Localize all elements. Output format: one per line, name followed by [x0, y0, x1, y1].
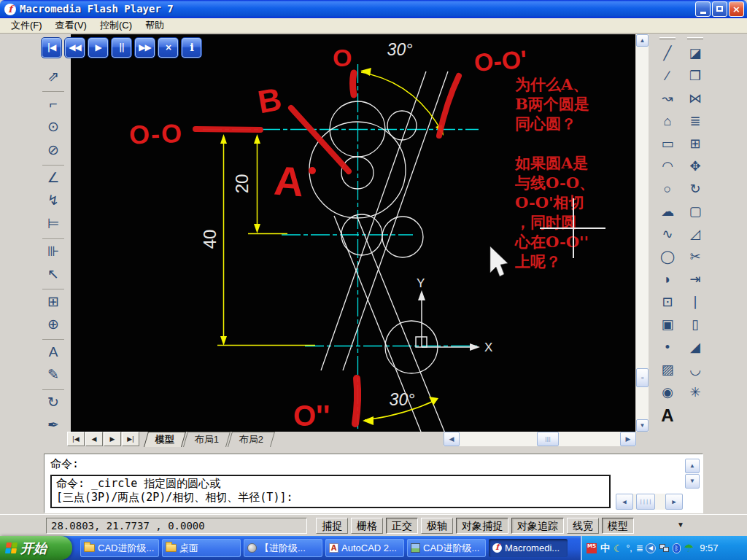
scroll-right-button[interactable]: ▶	[620, 432, 636, 446]
move-icon[interactable]: ✥	[685, 155, 705, 178]
scale-icon[interactable]: ◿	[685, 223, 705, 246]
horizontal-scrollbar[interactable]: ◀ |||| ▶	[444, 432, 636, 446]
spline-icon[interactable]: ∿	[657, 223, 678, 246]
stretch-icon[interactable]: ▢	[685, 201, 705, 223]
array-icon[interactable]: ⊞	[685, 133, 705, 155]
vertical-scroll-thumb[interactable]: ≡	[636, 368, 649, 387]
tab-next-button[interactable]: ▶	[104, 432, 121, 446]
center-mark-icon[interactable]: ⊕	[42, 314, 64, 335]
polygon-icon[interactable]: ⌂	[657, 110, 678, 133]
construction-line-icon[interactable]: ∕	[657, 65, 678, 88]
dimension-text-edit-icon[interactable]: ✎	[42, 364, 64, 386]
rotate-icon[interactable]: ↻	[685, 178, 705, 201]
tab-布局1[interactable]: 布局1	[183, 432, 231, 447]
make-block-icon[interactable]: ▣	[657, 314, 678, 336]
tolerance-icon[interactable]: ⊞	[42, 289, 64, 312]
copy-icon[interactable]: ❐	[685, 65, 705, 88]
task-image-viewer[interactable]: CAD进阶级...	[407, 539, 486, 557]
aligned-dimension-icon[interactable]: ⇗	[42, 66, 64, 88]
command-scroll-down-button[interactable]: ▼	[685, 474, 700, 489]
moon-icon[interactable]: ☾	[614, 543, 623, 553]
bluetooth-icon[interactable]: ᛒ	[673, 543, 681, 553]
quick-leader-icon[interactable]: ↖	[42, 263, 64, 285]
window-titlebar[interactable]: f Macromedia Flash Player 7 ×	[0, 0, 747, 18]
quick-dimension-icon[interactable]: ↯	[42, 190, 64, 211]
break-at-point-icon[interactable]: ∣	[685, 291, 705, 314]
safety-umbrella-icon[interactable]: ☂	[684, 543, 694, 553]
command-scroll-right-button[interactable]: ▶	[665, 494, 683, 510]
polyline-icon[interactable]: ↝	[657, 88, 678, 110]
coordinate-readout[interactable]: 28.0803, 21.7737 , 0.0000	[46, 518, 307, 534]
ellipse-arc-icon[interactable]: ◗	[657, 268, 678, 291]
fillet-icon[interactable]: ◡	[685, 359, 705, 381]
command-scroll-up-button[interactable]: ▲	[685, 459, 700, 473]
ime-punct-icon[interactable]: °,	[627, 543, 632, 553]
status-toggle-正交[interactable]: 正交	[386, 518, 418, 534]
arc-icon[interactable]: ◠	[657, 155, 678, 178]
toolbar-handle[interactable]	[687, 37, 703, 39]
network-icon[interactable]	[659, 544, 669, 552]
multiline-text-icon[interactable]: A	[657, 404, 678, 427]
info-button[interactable]: i	[181, 37, 202, 58]
tab-first-button[interactable]: |◀	[67, 432, 85, 446]
explode-icon[interactable]: ✳	[685, 381, 705, 404]
vertical-scrollbar[interactable]: ▲ ≡ ▼	[636, 34, 649, 432]
menu-item-2[interactable]: 控制(C)	[93, 18, 139, 33]
point-icon[interactable]: •	[657, 336, 678, 359]
status-toggle-极轴[interactable]: 极轴	[421, 518, 453, 534]
baseline-dimension-icon[interactable]: ⊨	[42, 213, 64, 235]
menu-item-0[interactable]: 文件(F)	[4, 18, 49, 33]
trim-icon[interactable]: ✂	[685, 246, 705, 268]
status-toggle-捕捉[interactable]: 捕捉	[316, 518, 348, 534]
offset-icon[interactable]: ≣	[685, 110, 705, 133]
toolbar-handle[interactable]	[659, 37, 676, 39]
ellipse-icon[interactable]: ◯	[657, 246, 678, 268]
ime-ms-pinyin-icon[interactable]: MS	[587, 543, 597, 553]
dimension-style-icon[interactable]: ✒	[42, 414, 64, 436]
line-icon[interactable]: ╱	[657, 42, 678, 65]
circle-icon[interactable]: ○	[657, 178, 678, 201]
forward-button[interactable]: ▶▶	[134, 37, 155, 58]
command-scroll-left-button[interactable]: ◀	[616, 494, 633, 510]
hide-icons-button[interactable]: ◀	[646, 543, 656, 553]
start-button[interactable]: 开始	[0, 536, 72, 560]
pause-button[interactable]: ||	[111, 37, 132, 58]
restore-button[interactable]	[712, 1, 727, 17]
continue-dimension-icon[interactable]: ⊪	[42, 238, 64, 262]
tab-last-button[interactable]: ▶|	[122, 432, 139, 446]
ime-bars-icon[interactable]: ≣	[636, 543, 642, 553]
erase-icon[interactable]: ◪	[685, 42, 705, 65]
status-toggle-对象捕捉[interactable]: 对象捕捉	[456, 518, 508, 534]
tab-模型[interactable]: 模型	[144, 432, 186, 447]
status-menu-arrow[interactable]: ▼	[677, 521, 684, 529]
status-toggle-对象追踪[interactable]: 对象追踪	[511, 518, 564, 534]
task-media-player[interactable]: 【进阶级...	[244, 539, 322, 557]
menu-item-3[interactable]: 帮助	[139, 18, 171, 33]
command-hscrollbar[interactable]: ◀ |||| ▶	[616, 494, 683, 510]
goto-start-button[interactable]: |◀	[41, 37, 62, 58]
menu-item-1[interactable]: 查看(V)	[49, 18, 93, 33]
command-window[interactable]: 命令: 命令: _circle 指定圆的圆心或 [三点(3P)/两点(2P)/相…	[44, 454, 703, 513]
diameter-dimension-icon[interactable]: ⊘	[42, 139, 64, 161]
break-icon[interactable]: ▯	[685, 314, 705, 336]
scroll-down-button[interactable]: ▼	[636, 419, 649, 432]
status-toggle-模型[interactable]: 模型	[602, 518, 634, 534]
task-autocad[interactable]: AAutoCAD 2...	[325, 539, 404, 557]
dimension-edit-icon[interactable]: A	[42, 339, 64, 362]
angular-dimension-icon[interactable]: ∠	[42, 165, 64, 188]
tab-布局2[interactable]: 布局2	[228, 432, 275, 447]
scroll-up-button[interactable]: ▲	[636, 34, 649, 47]
task-desktop-folder[interactable]: 桌面	[162, 539, 241, 557]
hatch-icon[interactable]: ▨	[657, 359, 678, 381]
close-button[interactable]: ×	[729, 1, 744, 17]
ime-chinese-icon[interactable]: 中	[600, 543, 610, 553]
horizontal-scroll-thumb[interactable]: ||||	[537, 432, 559, 446]
revision-cloud-icon[interactable]: ☁	[657, 201, 678, 223]
insert-block-icon[interactable]: ⊡	[657, 291, 678, 314]
extend-icon[interactable]: ⇥	[685, 268, 705, 291]
region-icon[interactable]: ◉	[657, 381, 678, 404]
status-toggle-栅格[interactable]: 栅格	[351, 518, 383, 534]
task-cad-folder[interactable]: CAD进阶级...	[80, 539, 159, 557]
play-button[interactable]: ▶	[88, 37, 109, 58]
status-toggle-线宽[interactable]: 线宽	[567, 518, 599, 534]
